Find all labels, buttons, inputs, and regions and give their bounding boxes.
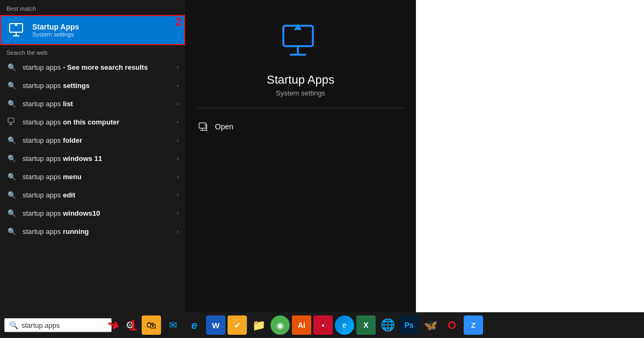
preview-subtitle: System settings <box>276 89 325 97</box>
best-match-item[interactable]: Startup Apps System settings 2 <box>0 15 185 45</box>
chevron-9: › <box>177 228 179 234</box>
item-text-0: startup apps - See more search results <box>23 63 177 71</box>
startup-apps-icon <box>8 20 27 40</box>
svg-marker-10 <box>294 24 302 30</box>
taskbar-app-edge-legacy[interactable]: e <box>185 315 204 335</box>
search-icon-6: 🔍 <box>6 171 17 182</box>
search-item-running[interactable]: 🔍 startup apps running › <box>0 222 185 240</box>
search-item-list[interactable]: 🔍 startup apps list › <box>0 94 185 113</box>
badge-2: 2 <box>172 15 185 29</box>
item-text-3: startup apps on this computer <box>23 118 177 126</box>
preview-content: Startup Apps System settings Open <box>185 0 416 136</box>
svg-rect-11 <box>199 123 206 128</box>
taskbar-app-unknown[interactable]: ▪ <box>313 315 333 335</box>
taskbar-app-folder[interactable]: 📁 <box>249 315 268 335</box>
chevron-7: › <box>177 192 179 198</box>
best-match-text: Startup Apps System settings <box>32 23 79 38</box>
chevron-6: › <box>177 173 179 180</box>
search-icon-9: 🔍 <box>6 226 17 237</box>
search-item-windows11[interactable]: 🔍 startup apps windows 11 › <box>0 149 185 167</box>
chevron-8: › <box>177 210 179 216</box>
preview-panel: Startup Apps System settings Open <box>185 0 416 312</box>
taskbar-app-game[interactable]: ◉ <box>270 315 290 335</box>
chevron-5: › <box>177 155 179 161</box>
preview-divider <box>197 108 405 108</box>
search-icon-1: 🔍 <box>6 80 17 91</box>
chevron-4: › <box>177 137 179 143</box>
search-icon-5: 🔍 <box>6 153 17 164</box>
taskbar-app-edge[interactable]: e <box>335 315 354 335</box>
taskbar-app-word[interactable]: W <box>206 315 225 335</box>
search-item-on-computer[interactable]: startup apps on this computer › <box>0 113 185 131</box>
open-label: Open <box>215 122 233 131</box>
desktop-area <box>416 0 644 312</box>
search-item-windows10[interactable]: 🔍 startup apps windows10 › <box>0 204 185 222</box>
best-match-subtitle: System settings <box>32 31 79 38</box>
item-text-7: startup apps edit <box>23 191 177 199</box>
taskbar-app-opera[interactable]: O <box>442 315 462 335</box>
taskbar-app-checklist[interactable]: ✔ <box>228 315 247 335</box>
taskbar-search-text: startup apps <box>21 321 107 329</box>
taskbar-app-butterfly[interactable]: 🦋 <box>421 315 440 335</box>
item-text-6: startup apps menu <box>23 173 177 181</box>
taskbar: 🔍 startup apps ➜ 1 ⚙ 🛍 ✉ e W ✔ 📁 ◉ Ai ▪ … <box>0 312 644 338</box>
search-web-label: Search the web <box>0 45 185 58</box>
item-text-2: startup apps list <box>23 100 177 108</box>
item-text-1: startup apps settings <box>23 82 177 90</box>
search-icon-2: 🔍 <box>6 98 17 109</box>
best-match-label: Best match <box>0 0 185 15</box>
item-text-5: startup apps windows 11 <box>23 155 177 163</box>
search-icon-0: 🔍 <box>6 62 17 72</box>
open-icon <box>197 120 210 133</box>
taskbar-app-illustrator[interactable]: Ai <box>292 315 311 335</box>
chevron-2: › <box>177 100 179 107</box>
search-icon-4: 🔍 <box>6 135 17 145</box>
taskbar-search-box[interactable]: 🔍 startup apps <box>4 318 112 332</box>
taskbar-app-excel[interactable]: X <box>356 315 376 335</box>
taskbar-app-chrome[interactable]: 🌐 <box>378 315 397 335</box>
svg-rect-4 <box>8 118 14 122</box>
search-item-settings[interactable]: 🔍 startup apps settings › <box>0 76 185 94</box>
badge-1-label: 1 <box>129 317 137 334</box>
search-icon-8: 🔍 <box>6 208 17 218</box>
preview-title: Startup Apps <box>267 73 334 87</box>
preview-startup-icon <box>279 21 322 64</box>
taskbar-apps: ⚙ 🛍 ✉ e W ✔ 📁 ◉ Ai ▪ e X 🌐 Ps 🦋 O Z <box>120 315 483 335</box>
best-match-title: Startup Apps <box>32 23 79 31</box>
main-area: Best match Startup Apps System settings … <box>0 0 644 312</box>
taskbar-app-store[interactable]: 🛍 <box>142 315 161 335</box>
taskbar-search-icon: 🔍 <box>9 321 18 329</box>
computer-icon-3 <box>6 116 17 127</box>
item-text-8: startup apps windows10 <box>23 209 177 217</box>
search-icon-7: 🔍 <box>6 189 17 200</box>
item-text-4: startup apps folder <box>23 136 177 144</box>
search-item-see-more[interactable]: 🔍 startup apps - See more search results… <box>0 58 185 76</box>
preview-open-action[interactable]: Open <box>197 117 405 136</box>
chevron-1: › <box>177 82 179 89</box>
search-item-edit[interactable]: 🔍 startup apps edit › <box>0 186 185 204</box>
search-item-folder[interactable]: 🔍 startup apps folder › <box>0 131 185 149</box>
taskbar-app-mail[interactable]: ✉ <box>163 315 182 335</box>
item-text-9: startup apps running <box>23 227 177 236</box>
chevron-3: › <box>177 119 179 125</box>
taskbar-app-photoshop[interactable]: Ps <box>399 315 419 335</box>
taskbar-app-zoom[interactable]: Z <box>464 315 483 335</box>
chevron-0: › <box>177 64 179 70</box>
search-panel: Best match Startup Apps System settings … <box>0 0 185 312</box>
search-item-menu[interactable]: 🔍 startup apps menu › <box>0 167 185 186</box>
